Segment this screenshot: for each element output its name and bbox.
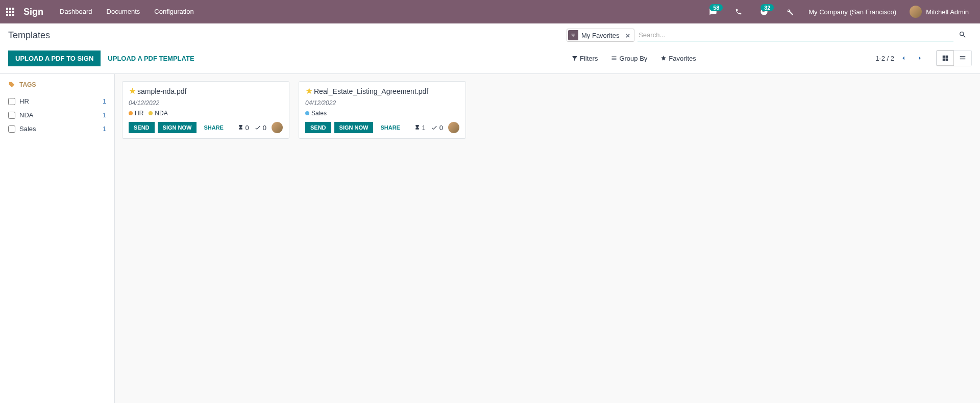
tag-list: HR 1 NDA 1 Sales 1 — [8, 94, 106, 136]
sign-now-button[interactable]: Sign Now — [334, 122, 374, 133]
tag-dot — [305, 111, 309, 115]
page-title: Templates — [8, 30, 50, 41]
template-card[interactable]: ★ Real_Estate_Listing_Agreement.pdf 04/1… — [299, 81, 466, 139]
pending-stat: 0 — [237, 124, 249, 132]
pager-prev-button[interactable] — [896, 51, 911, 65]
view-switcher — [936, 50, 972, 66]
favorite-star-icon[interactable]: ★ — [129, 87, 136, 95]
sidebar-tag-row[interactable]: NDA 1 — [8, 108, 106, 122]
card-title: Real_Estate_Listing_Agreement.pdf — [314, 87, 428, 95]
card-title: sample-nda.pdf — [137, 87, 187, 95]
activities-button[interactable]: 32 — [751, 0, 777, 23]
card-stats: 0 0 — [237, 122, 283, 133]
subheader: Templates My Favorites × — [0, 23, 980, 47]
chevron-left-icon — [900, 55, 907, 62]
responsible-avatar[interactable] — [272, 122, 283, 133]
sidebar: TAGS HR 1 NDA 1 Sales 1 — [0, 74, 115, 403]
done-stat: 0 — [431, 124, 443, 132]
done-stat: 0 — [254, 124, 266, 132]
filters-button[interactable]: Filters — [567, 53, 603, 64]
sidebar-tags-header: TAGS — [8, 81, 106, 88]
favorites-button[interactable]: Favorites — [655, 53, 701, 64]
sidebar-tag-row[interactable]: HR 1 — [8, 94, 106, 108]
messages-badge: 58 — [709, 4, 723, 11]
favorites-label: Favorites — [669, 55, 696, 62]
tag-checkbox[interactable] — [8, 98, 15, 105]
kanban-icon — [942, 55, 949, 62]
upload-pdf-template-button[interactable]: Upload a PDF Template — [101, 51, 201, 66]
share-button[interactable]: Share — [376, 122, 404, 133]
nav-link-dashboard[interactable]: Dashboard — [53, 0, 100, 23]
filter-pill-label: My Favorites — [578, 31, 622, 40]
debug-button[interactable] — [781, 0, 798, 23]
card-tag: NDA — [149, 110, 167, 117]
nav-link-configuration[interactable]: Configuration — [147, 0, 201, 23]
done-count: 0 — [263, 124, 266, 132]
star-icon — [660, 55, 667, 61]
template-card[interactable]: ★ sample-nda.pdf 04/12/2022 HRNDA Send S… — [122, 81, 289, 139]
kanban-view-button[interactable] — [937, 51, 954, 66]
filters-label: Filters — [580, 55, 598, 62]
messages-button[interactable]: 58 — [700, 0, 726, 23]
tag-label: Sales — [19, 125, 99, 133]
phone-button[interactable] — [730, 0, 747, 23]
tag-checkbox[interactable] — [8, 112, 15, 119]
apps-menu-button[interactable] — [0, 0, 20, 23]
nav-link-documents[interactable]: Documents — [100, 0, 148, 23]
card-footer: Send Sign Now Share 1 0 — [305, 122, 459, 133]
card-footer: Send Sign Now Share 0 0 — [129, 122, 283, 133]
tag-count: 1 — [103, 125, 106, 133]
user-menu[interactable]: Mitchell Admin — [906, 6, 976, 18]
app-brand[interactable]: Sign — [20, 7, 53, 17]
wrench-icon — [786, 8, 794, 16]
search-input[interactable] — [638, 29, 953, 41]
check-icon — [431, 124, 438, 131]
card-tag: HR — [129, 110, 143, 117]
card-tags: Sales — [305, 110, 459, 117]
user-name: Mitchell Admin — [926, 8, 969, 16]
card-tags: HRNDA — [129, 110, 283, 117]
phone-icon — [735, 8, 742, 15]
company-switcher[interactable]: My Company (San Francisco) — [802, 8, 902, 16]
content: ★ sample-nda.pdf 04/12/2022 HRNDA Send S… — [115, 74, 980, 403]
list-view-button[interactable] — [954, 51, 971, 66]
nav-left: Sign Dashboard Documents Configuration — [0, 0, 201, 23]
hourglass-icon — [237, 124, 244, 131]
nav-links: Dashboard Documents Configuration — [53, 0, 201, 23]
share-button[interactable]: Share — [200, 122, 228, 133]
pager: 1-2 / 2 — [875, 50, 972, 66]
hourglass-icon — [414, 124, 421, 131]
funnel-icon — [572, 55, 578, 61]
user-avatar — [910, 6, 922, 18]
favorite-star-icon[interactable]: ★ — [305, 87, 313, 95]
sign-now-button[interactable]: Sign Now — [158, 122, 197, 133]
nav-right: 58 32 My Company (San Francisco) Mitchel… — [700, 0, 976, 23]
chevron-right-icon — [916, 55, 923, 62]
card-stats: 1 0 — [414, 122, 459, 133]
tags-icon — [8, 81, 15, 88]
main: TAGS HR 1 NDA 1 Sales 1 ★ sample-nda.pdf… — [0, 74, 980, 403]
card-tag: Sales — [305, 110, 327, 117]
pager-next-button[interactable] — [913, 51, 927, 65]
send-button[interactable]: Send — [129, 122, 155, 133]
search-button[interactable] — [953, 31, 972, 40]
pending-count: 1 — [422, 124, 426, 132]
send-button[interactable]: Send — [305, 122, 331, 133]
tag-label: HR — [19, 97, 99, 105]
list-view-icon — [959, 55, 966, 62]
toolbar-right: Filters Group By Favorites 1-2 / 2 — [567, 50, 972, 66]
responsible-avatar[interactable] — [448, 122, 459, 133]
card-date: 04/12/2022 — [305, 99, 459, 107]
group-by-button[interactable]: Group By — [606, 53, 652, 64]
tag-checkbox[interactable] — [8, 125, 15, 133]
tag-count: 1 — [103, 98, 106, 105]
remove-filter-button[interactable]: × — [622, 31, 633, 40]
navbar: Sign Dashboard Documents Configuration 5… — [0, 0, 980, 23]
apps-icon — [6, 8, 14, 16]
card-title-row: ★ sample-nda.pdf — [129, 87, 283, 95]
upload-pdf-sign-button[interactable]: Upload a PDF to Sign — [8, 51, 101, 66]
sidebar-tag-row[interactable]: Sales 1 — [8, 122, 106, 136]
filter-icon — [568, 30, 578, 40]
tag-count: 1 — [103, 112, 106, 119]
activities-badge: 32 — [761, 4, 774, 11]
